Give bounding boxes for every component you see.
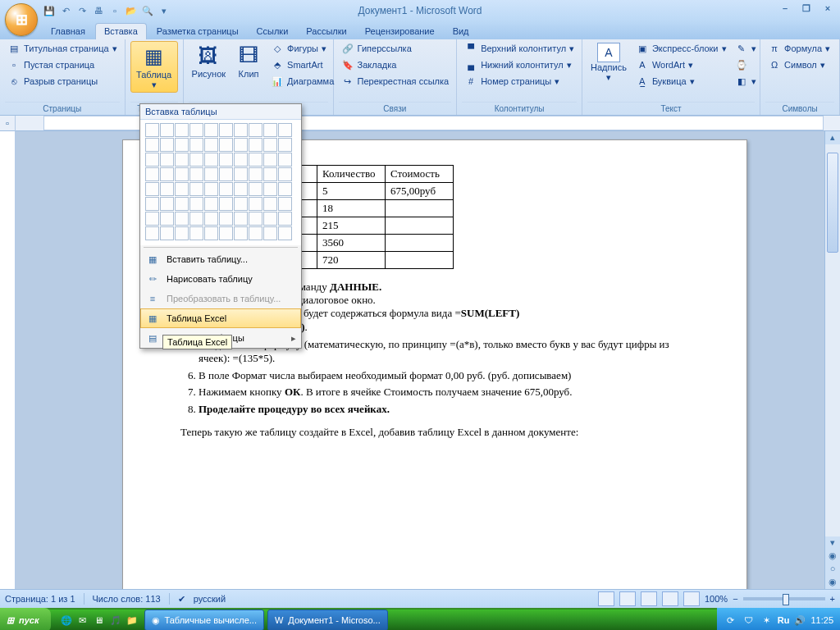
tab-references[interactable]: Ссылки bbox=[249, 24, 297, 39]
grid-cell[interactable] bbox=[160, 123, 174, 137]
grid-cell[interactable] bbox=[234, 226, 248, 240]
grid-cell[interactable] bbox=[263, 212, 277, 226]
grid-cell[interactable] bbox=[234, 212, 248, 226]
view-print-button[interactable] bbox=[598, 591, 614, 606]
grid-cell[interactable] bbox=[219, 138, 233, 152]
grid-cell[interactable] bbox=[175, 167, 189, 181]
header-button[interactable]: ▀Верхний колонтитул ▾ bbox=[462, 41, 577, 56]
grid-cell[interactable] bbox=[204, 226, 218, 240]
grid-cell[interactable] bbox=[219, 182, 233, 196]
shapes-button[interactable]: ◇Фигуры ▾ bbox=[268, 41, 336, 56]
grid-cell[interactable] bbox=[234, 182, 248, 196]
grid-cell[interactable] bbox=[263, 138, 277, 152]
grid-cell[interactable] bbox=[249, 138, 262, 152]
view-outline-button[interactable] bbox=[662, 591, 678, 606]
grid-cell[interactable] bbox=[175, 226, 189, 240]
grid-cell[interactable] bbox=[145, 197, 159, 211]
grid-cell[interactable] bbox=[234, 138, 248, 152]
menu-insert-table[interactable]: ▦Вставить таблицу... bbox=[140, 249, 301, 269]
zoom-in-button[interactable]: + bbox=[830, 594, 835, 604]
ql-icon-1[interactable]: 🌐 bbox=[59, 613, 74, 628]
close-button[interactable]: × bbox=[820, 3, 835, 15]
grid-cell[interactable] bbox=[219, 167, 233, 181]
grid-cell[interactable] bbox=[145, 182, 159, 196]
grid-cell[interactable] bbox=[204, 167, 218, 181]
grid-cell[interactable] bbox=[204, 153, 218, 167]
status-language[interactable]: русский bbox=[194, 594, 226, 604]
grid-cell[interactable] bbox=[189, 226, 203, 240]
pagenum-button[interactable]: #Номер страницы ▾ bbox=[462, 74, 577, 89]
view-web-button[interactable] bbox=[641, 591, 657, 606]
grid-cell[interactable] bbox=[160, 197, 174, 211]
proofing-icon[interactable]: ✔ bbox=[178, 594, 185, 605]
textbox-button[interactable]: AНадпись▾ bbox=[587, 41, 630, 84]
table-size-grid[interactable] bbox=[140, 120, 301, 245]
dropcap-button[interactable]: A̲Буквица ▾ bbox=[633, 74, 729, 89]
grid-cell[interactable] bbox=[160, 212, 174, 226]
grid-cell[interactable] bbox=[145, 167, 159, 181]
zoom-out-button[interactable]: − bbox=[733, 594, 737, 604]
grid-cell[interactable] bbox=[160, 182, 174, 196]
grid-cell[interactable] bbox=[278, 167, 292, 181]
grid-cell[interactable] bbox=[219, 212, 233, 226]
browse-icon[interactable]: ○ bbox=[825, 563, 840, 576]
clock[interactable]: 11:25 bbox=[810, 615, 833, 625]
grid-cell[interactable] bbox=[278, 182, 292, 196]
zoom-slider[interactable] bbox=[743, 597, 825, 600]
grid-cell[interactable] bbox=[189, 138, 203, 152]
grid-cell[interactable] bbox=[189, 123, 203, 137]
smartart-button[interactable]: ⬘SmartArt bbox=[268, 57, 336, 72]
grid-cell[interactable] bbox=[204, 123, 218, 137]
menu-draw-table[interactable]: ✏Нарисовать таблицу bbox=[140, 269, 301, 289]
tray-icon-1[interactable]: ⟳ bbox=[724, 613, 738, 628]
grid-cell[interactable] bbox=[204, 212, 218, 226]
grid-cell[interactable] bbox=[249, 197, 262, 211]
restore-button[interactable]: ❐ bbox=[799, 3, 814, 15]
view-read-button[interactable] bbox=[619, 591, 636, 606]
wordart-button[interactable]: AWordArt ▾ bbox=[633, 57, 729, 72]
grid-cell[interactable] bbox=[160, 226, 174, 240]
grid-cell[interactable] bbox=[263, 153, 277, 167]
scroll-up-icon[interactable]: ▴ bbox=[825, 131, 840, 144]
taskbar-item-browser[interactable]: ◉Табличные вычисле... bbox=[144, 609, 264, 630]
grid-cell[interactable] bbox=[145, 153, 159, 167]
grid-cell[interactable] bbox=[249, 167, 262, 181]
grid-cell[interactable] bbox=[175, 182, 189, 196]
grid-cell[interactable] bbox=[234, 123, 248, 137]
scroll-down-icon[interactable]: ▾ bbox=[825, 536, 840, 550]
scroll-thumb[interactable] bbox=[827, 153, 838, 253]
status-page[interactable]: Страница: 1 из 1 bbox=[5, 594, 75, 604]
blank-page-button[interactable]: ▫Пустая страница bbox=[5, 57, 120, 72]
grid-cell[interactable] bbox=[175, 153, 189, 167]
grid-cell[interactable] bbox=[249, 212, 262, 226]
grid-cell[interactable] bbox=[249, 153, 262, 167]
grid-cell[interactable] bbox=[145, 212, 159, 226]
view-draft-button[interactable] bbox=[683, 591, 700, 606]
grid-cell[interactable] bbox=[278, 123, 292, 137]
tab-layout[interactable]: Разметка страницы bbox=[148, 24, 247, 39]
ql-icon-2[interactable]: ✉ bbox=[75, 613, 90, 628]
grid-cell[interactable] bbox=[189, 212, 203, 226]
grid-cell[interactable] bbox=[234, 153, 248, 167]
symbol-button[interactable]: ΩСимвол ▾ bbox=[765, 57, 833, 72]
grid-cell[interactable] bbox=[189, 167, 203, 181]
grid-cell[interactable] bbox=[160, 153, 174, 167]
grid-cell[interactable] bbox=[145, 138, 159, 152]
grid-cell[interactable] bbox=[278, 138, 292, 152]
tab-review[interactable]: Рецензирование bbox=[357, 24, 443, 39]
status-words[interactable]: Число слов: 113 bbox=[93, 594, 161, 604]
grid-cell[interactable] bbox=[263, 123, 277, 137]
vertical-ruler[interactable] bbox=[0, 131, 16, 589]
grid-cell[interactable] bbox=[189, 197, 203, 211]
grid-cell[interactable] bbox=[189, 182, 203, 196]
footer-button[interactable]: ▄Нижний колонтитул ▾ bbox=[462, 57, 577, 72]
bookmark-button[interactable]: 🔖Закладка bbox=[339, 57, 452, 72]
zoom-value[interactable]: 100% bbox=[705, 594, 728, 604]
chart-button[interactable]: 📊Диаграмма bbox=[268, 74, 336, 89]
insert-table-button[interactable]: ▦ Таблица▾ bbox=[130, 41, 178, 93]
page-break-button[interactable]: ⎋Разрыв страницы bbox=[5, 74, 120, 89]
grid-cell[interactable] bbox=[219, 226, 233, 240]
grid-cell[interactable] bbox=[145, 123, 159, 137]
insert-picture-button[interactable]: 🖼Рисунок bbox=[189, 41, 230, 80]
grid-cell[interactable] bbox=[160, 167, 174, 181]
